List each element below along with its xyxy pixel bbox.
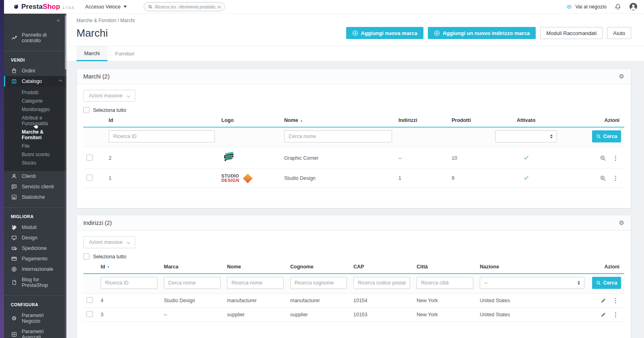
edit-pencil-icon[interactable] <box>601 298 606 303</box>
sidebar-item-pagamento[interactable]: Pagamento <box>4 254 66 264</box>
tab-marchi[interactable]: Marchi <box>76 46 107 61</box>
quick-access-menu[interactable]: Accesso Veloce <box>85 4 127 10</box>
filter-marca-input[interactable] <box>164 277 221 289</box>
cell-prodotti: 10 <box>444 147 492 169</box>
cell-prodotti: 9 <box>444 169 492 188</box>
col-marca[interactable]: Marca <box>161 260 224 274</box>
puzzle-icon <box>11 225 17 230</box>
filter-id-input[interactable] <box>109 130 215 142</box>
sidebar-item-parametri-negozio[interactable]: ⚙ Parametri Negozio <box>4 310 66 326</box>
search-icon <box>148 4 153 9</box>
sidebar-item-statistiche[interactable]: Statistiche <box>4 192 66 202</box>
sidebar-divider <box>4 51 66 51</box>
filter-nome-input[interactable] <box>284 130 392 142</box>
col-cognome[interactable]: Cognome <box>287 260 350 274</box>
sidebar-subitem-buoni-sconto[interactable]: Buoni sconto <box>4 150 66 159</box>
user-avatar[interactable] <box>629 2 638 11</box>
filter-nazione-select[interactable]: -- <box>480 277 584 289</box>
panel-settings-gear-icon[interactable]: ⚙ <box>619 73 624 80</box>
view-shop-link[interactable]: Vai al negozio <box>566 4 607 10</box>
filter-cognome-input[interactable] <box>290 277 347 289</box>
marchi-search-button[interactable]: Cerca <box>592 130 621 142</box>
row-menu-kebab-icon[interactable]: ⋮ <box>613 297 619 304</box>
col-nome[interactable]: Nome▲ <box>281 114 395 127</box>
row-checkbox[interactable] <box>87 155 93 161</box>
row-menu-kebab-icon[interactable]: ⋮ <box>613 311 619 318</box>
row-checkbox[interactable] <box>87 297 93 303</box>
table-row[interactable]: 4 Studio Design manufacturer manufacture… <box>83 294 624 308</box>
filter-id-input[interactable] <box>101 277 157 289</box>
view-details-icon[interactable] <box>600 175 606 181</box>
col-indirizzi[interactable]: Indirizzi <box>395 114 444 127</box>
sidebar-item-dashboard[interactable]: Pannello di controllo <box>4 30 66 46</box>
sort-desc-icon[interactable]: ▼ <box>107 265 110 269</box>
sidebar-subitem-prodotti[interactable]: Prodotti <box>4 88 66 97</box>
sidebar-section-configura: CONFIGURA <box>4 301 66 310</box>
sidebar-subitem-categorie[interactable]: Categorie <box>4 97 66 105</box>
col-id[interactable]: Id <box>105 114 218 127</box>
edit-pencil-icon[interactable] <box>601 312 606 317</box>
sidebar-collapse-button[interactable]: « <box>4 14 66 24</box>
col-id[interactable]: Id▼ <box>97 260 161 274</box>
marchi-bulk-actions-button[interactable]: Azioni massive <box>83 90 135 102</box>
indirizzi-search-button[interactable]: Cerca <box>592 277 621 289</box>
cell-nazione: United States <box>477 308 588 322</box>
panel-settings-gear-icon[interactable]: ⚙ <box>619 219 624 227</box>
sidebar-item-catalogo[interactable]: Catalogo <box>4 76 66 87</box>
view-details-icon[interactable] <box>600 155 606 161</box>
prestashop-logo[interactable]: PrestaShop 1.7.6.5 <box>13 3 74 11</box>
sidebar-item-servizio-clienti[interactable]: Servizio clienti <box>4 181 66 192</box>
indirizzi-select-all[interactable]: Seleziona tutto <box>83 254 624 260</box>
row-menu-kebab-icon[interactable]: ⋮ <box>613 175 619 182</box>
table-row[interactable]: 2 GRAPHIC CORNER <box>83 147 624 169</box>
row-checkbox[interactable] <box>87 311 93 317</box>
breadcrumb-parent[interactable]: Marche & Fornitori <box>76 18 116 23</box>
sidebar-item-clienti[interactable]: Clienti <box>4 171 66 181</box>
col-attivato[interactable]: Attivato <box>492 114 560 127</box>
sort-asc-icon[interactable]: ▲ <box>300 119 303 122</box>
sidebar-scrollbar-thumb[interactable] <box>65 15 66 70</box>
select-all-checkbox[interactable] <box>83 107 89 113</box>
sidebar-subitem-stocks[interactable]: Stocks <box>4 159 66 167</box>
sidebar-item-ordini[interactable]: Ordini <box>4 66 66 76</box>
help-button[interactable]: Aiuto <box>607 27 631 39</box>
col-nazione[interactable]: Nazione <box>477 260 588 274</box>
col-cap[interactable]: CAP <box>350 260 413 274</box>
col-prodotti[interactable]: Prodotti <box>444 114 492 127</box>
add-brand-address-button[interactable]: Aggiungi un nuovo indirizzo marca <box>428 27 536 39</box>
cell-cap: 10154 <box>350 294 413 308</box>
sidebar-item-internazionale[interactable]: Internazionale <box>4 264 66 274</box>
row-menu-kebab-icon[interactable]: ⋮ <box>613 155 619 162</box>
indirizzi-bulk-actions-button[interactable]: Azioni massive <box>83 236 135 248</box>
sidebar-subitem-attributi[interactable]: Attributi e Funzionalità <box>4 113 66 128</box>
sidebar-item-design[interactable]: Design <box>4 233 66 243</box>
tab-fornitori[interactable]: Fornitori <box>107 46 142 61</box>
filter-citta-input[interactable] <box>417 277 473 289</box>
col-citta[interactable]: Città <box>413 260 477 274</box>
sidebar-item-spedizione[interactable]: Spedizione <box>4 243 66 254</box>
sidebar-scrollbar[interactable] <box>65 14 66 338</box>
add-brand-button[interactable]: Aggiungi nuova marca <box>346 27 423 39</box>
sidebar-item-moduli[interactable]: Moduli <box>4 222 66 233</box>
sidebar-item-blog[interactable]: Blog for PrestaShop <box>4 274 66 291</box>
brand-accent-strip <box>0 0 4 338</box>
global-search[interactable] <box>144 2 225 11</box>
notifications-bell-icon[interactable] <box>615 4 621 10</box>
search-input[interactable] <box>155 4 221 9</box>
breadcrumb-current[interactable]: Marchi <box>120 18 135 23</box>
recommended-modules-button[interactable]: Moduli Raccomandati <box>540 27 603 39</box>
marchi-select-all[interactable]: Seleziona tutto <box>83 107 624 113</box>
table-row[interactable]: 3 -- supplier supplier 10153 New York Un… <box>83 308 624 322</box>
filter-cap-input[interactable] <box>353 277 410 289</box>
sidebar-subitem-marche-fornitori[interactable]: Marche & Fornitori <box>4 128 66 142</box>
filter-nome-input[interactable] <box>227 277 284 289</box>
row-checkbox[interactable] <box>87 175 93 181</box>
col-nome[interactable]: Nome <box>224 260 287 274</box>
squirrel-icon <box>13 4 19 10</box>
filter-attivato-select[interactable] <box>495 130 557 142</box>
select-all-checkbox[interactable] <box>83 254 89 260</box>
sidebar-subitem-file[interactable]: File <box>4 142 66 150</box>
sidebar-subitem-monitoraggio[interactable]: Monitoraggio <box>4 105 66 113</box>
sidebar-item-parametri-avanzati[interactable]: Parametri Avanzati <box>4 326 66 338</box>
table-row[interactable]: 1 STUDIODESIGN Studio Design 1 9 <box>83 169 624 188</box>
